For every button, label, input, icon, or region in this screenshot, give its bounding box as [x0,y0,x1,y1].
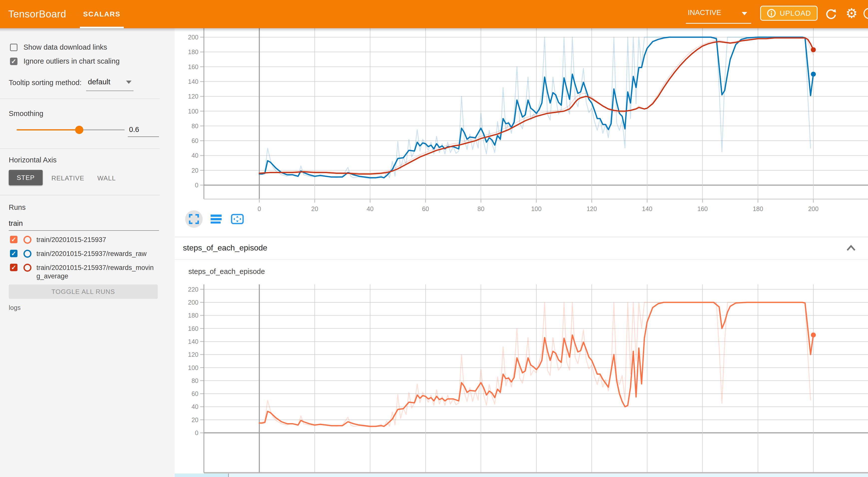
run-label: train/20201015-215937 [36,236,106,244]
divider [0,195,160,195]
status-dropdown-value: INACTIVE [688,8,721,17]
runs-label: Runs [9,203,26,212]
help-icon[interactable] [864,8,868,19]
toggle-all-runs-button[interactable]: TOGGLE ALL RUNS [9,284,158,299]
upload-button-label: UPLOAD [780,9,811,18]
svg-text:0: 0 [195,430,198,436]
tab-scalars-label: SCALARS [83,10,120,18]
run-checkbox[interactable]: ✓ [10,236,18,243]
chevron-down-icon [126,81,131,84]
app-header: TensorBoard SCALARS INACTIVE UPLOAD ⚙ [0,0,868,28]
tab-scalars[interactable]: SCALARS [80,0,124,28]
horizontal-axis-label: Horizontal Axis [9,156,57,164]
ignore-outliers-row[interactable]: ✓ Ignore outliers in chart scaling [10,57,120,65]
upload-button[interactable]: UPLOAD [760,6,817,21]
smoothing-slider-fill [17,129,79,130]
svg-text:220: 220 [188,286,198,293]
data-table-icon[interactable] [209,212,223,226]
tooltip-sorting-dropdown[interactable]: default [88,77,133,86]
run-checkbox[interactable]: ✓ [10,264,18,271]
steps-chart[interactable]: 020406080100120140160180200220 [175,282,868,475]
svg-text:160: 160 [697,205,708,212]
run-checkbox[interactable]: ✓ [10,250,18,257]
svg-text:180: 180 [753,205,763,212]
svg-text:40: 40 [191,403,198,410]
smoothing-value[interactable]: 0.6 [129,126,139,134]
svg-text:200: 200 [188,34,198,41]
svg-text:60: 60 [191,137,198,144]
chevron-up-icon[interactable] [846,244,856,251]
horizontal-scrollbar[interactable] [175,474,868,477]
fit-domain-icon[interactable] [229,212,245,226]
svg-text:200: 200 [188,299,198,306]
runs-filter-input[interactable]: train [9,219,23,227]
run-item[interactable]: ✓train/20201015-215937 [10,236,106,244]
chart-toolbar [185,210,245,228]
svg-text:40: 40 [191,152,198,159]
svg-text:80: 80 [191,123,198,129]
svg-text:200: 200 [808,205,818,212]
settings-sidebar: Show data download links ✓ Ignore outlie… [0,28,175,477]
svg-text:80: 80 [191,377,198,384]
divider [0,99,160,99]
tooltip-sorting-label: Tooltip sorting method: [9,78,82,87]
svg-text:160: 160 [188,325,198,332]
rewards-chart[interactable]: 0204060801001201401601802000204060801001… [175,28,868,237]
svg-text:180: 180 [188,49,198,55]
checkbox-checked[interactable]: ✓ [10,58,18,65]
run-item[interactable]: ✓train/20201015-215937/rewards_moving_av… [10,264,156,281]
smoothing-label: Smoothing [9,109,43,118]
svg-text:60: 60 [422,205,429,212]
svg-text:180: 180 [188,312,198,319]
svg-text:120: 120 [188,351,198,358]
section-header[interactable]: steps_of_each_episode [175,237,868,260]
svg-text:120: 120 [587,205,597,212]
smoothing-slider-handle[interactable] [75,126,83,134]
divider [0,149,160,149]
run-item[interactable]: ✓train/20201015-215937/rewards_raw [10,250,147,258]
app-title: TensorBoard [8,0,66,28]
svg-text:120: 120 [188,93,198,100]
checkbox-label: Show data download links [24,43,107,52]
svg-text:140: 140 [642,205,652,212]
chart-title: steps_of_each_episode [188,267,265,276]
svg-text:160: 160 [188,63,198,70]
run-color-ring[interactable] [24,264,31,272]
run-color-ring[interactable] [24,250,31,258]
svg-text:80: 80 [477,205,485,212]
section-title: steps_of_each_episode [183,243,267,252]
runs-footer: logs [9,304,21,312]
refresh-icon[interactable] [825,8,837,20]
checkbox-label: Ignore outliers in chart scaling [24,57,120,65]
tooltip-sorting-value: default [88,77,110,86]
status-dropdown[interactable]: INACTIVE [686,0,751,28]
svg-text:40: 40 [367,205,374,212]
gear-icon[interactable]: ⚙ [845,5,858,21]
axis-option-wall[interactable]: WALL [97,174,116,182]
svg-text:20: 20 [311,205,318,212]
chevron-down-icon [742,12,747,15]
checkbox-unchecked[interactable] [10,44,18,51]
svg-text:0: 0 [257,205,261,212]
show-download-links-row[interactable]: Show data download links [10,43,107,52]
svg-text:0: 0 [195,182,198,189]
axis-option-relative[interactable]: RELATIVE [52,174,84,182]
run-label: train/20201015-215937/rewards_moving_ave… [36,264,156,281]
svg-text:60: 60 [191,390,198,397]
svg-text:100: 100 [188,108,198,115]
tooltip-sorting-row: Tooltip sorting method: [9,78,82,87]
run-label: train/20201015-215937/rewards_raw [36,250,147,258]
svg-text:20: 20 [191,167,198,174]
scrollbar-thumb[interactable] [175,474,228,477]
svg-text:20: 20 [191,416,198,423]
axis-option-step[interactable]: STEP [9,170,43,185]
run-color-ring[interactable] [24,236,31,244]
svg-text:100: 100 [531,205,541,212]
expand-icon[interactable] [185,210,203,228]
svg-text:100: 100 [188,364,198,371]
svg-text:140: 140 [188,78,198,85]
svg-text:140: 140 [188,338,198,345]
info-icon [767,8,776,18]
